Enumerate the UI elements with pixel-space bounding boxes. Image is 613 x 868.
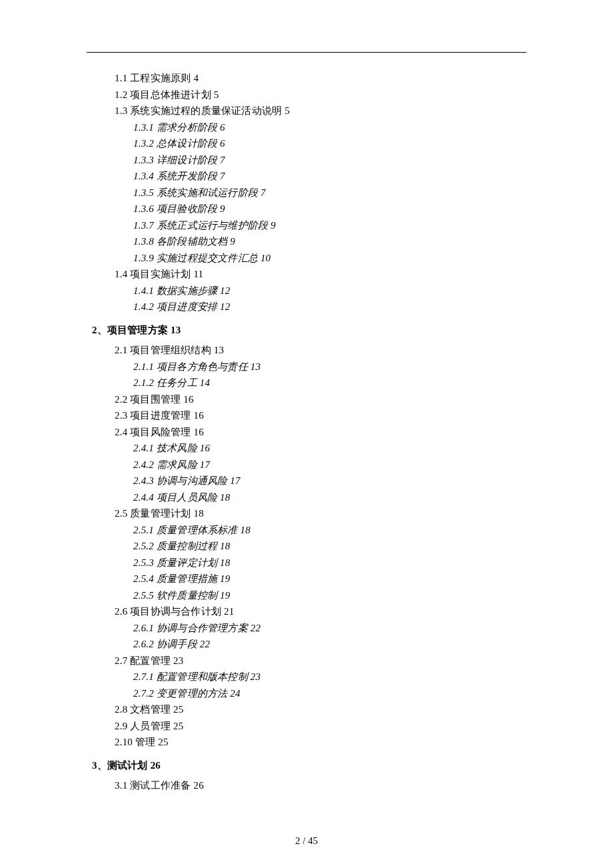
top-rule <box>87 52 526 53</box>
toc-entry: 2.1.1 项目各方角色与责任 13 <box>87 359 526 375</box>
toc-entry: 1.3.2 总体设计阶段 6 <box>87 135 526 152</box>
toc-entry: 1.3 系统实施过程的质量保证活动说明 5 <box>87 103 526 119</box>
toc-entry: 1.2 项目总体推进计划 5 <box>87 87 526 103</box>
toc-entry: 1.3.9 实施过程提交文件汇总 10 <box>87 250 526 267</box>
toc-entry: 2.4 项目风险管理 16 <box>87 424 526 441</box>
toc-entry: 2、项目管理方案 13 <box>87 322 526 339</box>
toc-entry: 2.4.3 协调与沟通风险 17 <box>87 473 526 489</box>
toc-entry: 1.3.5 系统实施和试运行阶段 7 <box>87 185 526 201</box>
page-footer: 2 / 45 <box>0 835 613 847</box>
toc-entry: 2.5.4 质量管理措施 19 <box>87 571 526 587</box>
toc-entry: 2.4.4 项目人员风险 18 <box>87 489 526 506</box>
toc-entry: 2.2 项目围管理 16 <box>87 391 526 408</box>
toc-entry: 2.6.2 协调手段 22 <box>87 636 526 653</box>
toc-entry: 1.4 项目实施计划 11 <box>87 266 526 283</box>
toc-entry: 1.3.7 系统正式运行与维护阶段 9 <box>87 217 526 234</box>
toc-entry: 2.5.1 质量管理体系标准 18 <box>87 522 526 539</box>
toc-entry: 2.6.1 协调与合作管理方案 22 <box>87 620 526 637</box>
toc-entry: 2.10 管理 25 <box>87 734 526 751</box>
toc-entry: 2.3 项目进度管理 16 <box>87 407 526 424</box>
toc-entry: 1.3.1 需求分析阶段 6 <box>87 119 526 136</box>
toc-entry: 2.7.2 变更管理的方法 24 <box>87 685 526 702</box>
table-of-contents: 1.1 工程实施原则 41.2 项目总体推进计划 51.3 系统实施过程的质量保… <box>87 70 526 794</box>
toc-entry: 1.3.8 各阶段辅助文档 9 <box>87 233 526 250</box>
toc-entry: 2.7 配置管理 23 <box>87 653 526 669</box>
toc-entry: 2.4.2 需求风险 17 <box>87 457 526 473</box>
toc-entry: 1.3.4 系统开发阶段 7 <box>87 168 526 185</box>
toc-entry: 3.1 测试工作准备 26 <box>87 777 526 794</box>
toc-entry: 2.1 项目管理组织结构 13 <box>87 342 526 359</box>
toc-entry: 3、测试计划 26 <box>87 757 526 774</box>
toc-entry: 1.3.3 详细设计阶段 7 <box>87 152 526 169</box>
toc-entry: 2.1.2 任务分工 14 <box>87 375 526 391</box>
toc-entry: 2.8 文档管理 25 <box>87 701 526 718</box>
toc-entry: 1.3.6 项目验收阶段 9 <box>87 201 526 217</box>
toc-entry: 2.5.3 质量评定计划 18 <box>87 555 526 571</box>
toc-entry: 1.1 工程实施原则 4 <box>87 70 526 87</box>
toc-entry: 1.4.2 项目进度安排 12 <box>87 299 526 315</box>
toc-entry: 2.7.1 配置管理和版本控制 23 <box>87 669 526 685</box>
toc-entry: 2.5.2 质量控制过程 18 <box>87 538 526 555</box>
toc-entry: 2.4.1 技术风险 16 <box>87 440 526 457</box>
toc-entry: 1.4.1 数据实施步骤 12 <box>87 283 526 299</box>
toc-entry: 2.9 人员管理 25 <box>87 718 526 735</box>
toc-entry: 2.6 项目协调与合作计划 21 <box>87 603 526 620</box>
toc-entry: 2.5.5 软件质量控制 19 <box>87 587 526 604</box>
document-page: 1.1 工程实施原则 41.2 项目总体推进计划 51.3 系统实施过程的质量保… <box>0 0 613 794</box>
toc-entry: 2.5 质量管理计划 18 <box>87 505 526 522</box>
